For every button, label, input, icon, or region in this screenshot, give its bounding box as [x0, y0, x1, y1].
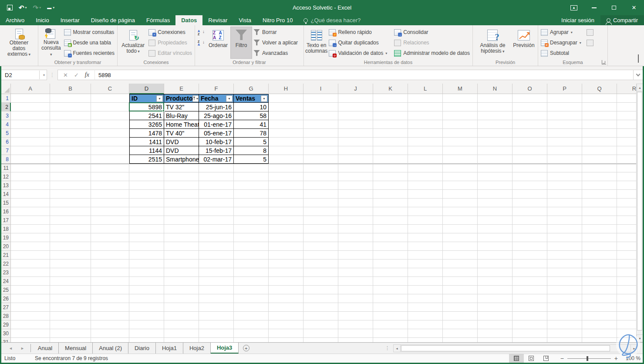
cell-N13[interactable]: [478, 181, 513, 190]
cell-K6[interactable]: [373, 138, 408, 146]
relleno-rapido-button[interactable]: ⚡Relleno rápido: [327, 27, 388, 37]
formula-input[interactable]: 5898: [94, 70, 634, 80]
cell-I29[interactable]: [303, 320, 338, 329]
horizontal-scrollbar[interactable]: ◄ ►: [393, 344, 638, 352]
cell-C30[interactable]: [91, 329, 129, 338]
column-header-D[interactable]: D: [129, 84, 164, 94]
cell-G5[interactable]: 78: [234, 129, 269, 138]
cell-M29[interactable]: [443, 320, 478, 329]
cell-F17[interactable]: [199, 216, 234, 225]
cell-L16[interactable]: [408, 207, 443, 216]
cell-R12[interactable]: [617, 172, 636, 181]
cell-L3[interactable]: [408, 111, 443, 120]
cell-N26[interactable]: [478, 294, 513, 303]
cell-G17[interactable]: [234, 216, 269, 225]
cell-H6[interactable]: [269, 138, 303, 146]
cell-P8[interactable]: [547, 155, 582, 164]
cell-J3[interactable]: [338, 111, 373, 120]
cell-F28[interactable]: [199, 312, 234, 320]
cell-F2[interactable]: 25-jun-16: [199, 103, 234, 111]
sheet-tab-hoja3[interactable]: Hoja3: [211, 343, 239, 354]
cell-O28[interactable]: [513, 312, 547, 320]
dropdown-caret-icon[interactable]: ▾: [580, 41, 581, 45]
cell-A15[interactable]: [11, 199, 50, 207]
cell-D11[interactable]: [129, 164, 164, 172]
cell-G3[interactable]: 58: [234, 111, 269, 120]
close-button[interactable]: ✕: [624, 0, 644, 15]
cell-J25[interactable]: [338, 286, 373, 294]
cell-L5[interactable]: [408, 129, 443, 138]
row-header-7[interactable]: 7: [0, 146, 11, 155]
cell-O8[interactable]: [513, 155, 547, 164]
cell-L19[interactable]: [408, 233, 443, 242]
cell-B27[interactable]: [50, 303, 91, 312]
cell-N17[interactable]: [478, 216, 513, 225]
cell-E29[interactable]: [164, 320, 199, 329]
consolidar-button[interactable]: →Consolidar: [393, 27, 471, 37]
cell-H29[interactable]: [269, 320, 303, 329]
tab-formulas[interactable]: Fórmulas: [141, 15, 175, 25]
cell-A13[interactable]: [11, 181, 50, 190]
mostrar-consultas-button[interactable]: Mostrar consultas: [63, 27, 116, 37]
cell-A20[interactable]: [11, 242, 50, 251]
cell-N19[interactable]: [478, 233, 513, 242]
cell-G1[interactable]: Ventas▼: [234, 94, 269, 103]
cell-K18[interactable]: [373, 225, 408, 233]
cell-B29[interactable]: [50, 320, 91, 329]
horizontal-scroll-thumb[interactable]: [401, 345, 610, 351]
cell-N25[interactable]: [478, 286, 513, 294]
cell-Q13[interactable]: [582, 181, 617, 190]
cell-Q20[interactable]: [582, 242, 617, 251]
dropdown-caret-icon[interactable]: ▾: [385, 51, 387, 55]
cell-R21[interactable]: [617, 251, 636, 260]
cell-D26[interactable]: [129, 294, 164, 303]
cell-R29[interactable]: [617, 320, 636, 329]
cell-C8[interactable]: [91, 155, 129, 164]
cell-B5[interactable]: [50, 129, 91, 138]
cell-K13[interactable]: [373, 181, 408, 190]
cell-R2[interactable]: [617, 103, 636, 111]
column-header-J[interactable]: J: [338, 84, 373, 94]
cell-O7[interactable]: [513, 146, 547, 155]
cell-C19[interactable]: [91, 233, 129, 242]
cell-R3[interactable]: [617, 111, 636, 120]
cell-M11[interactable]: [443, 164, 478, 172]
row-header-19[interactable]: 19: [0, 233, 11, 242]
cell-R22[interactable]: [617, 260, 636, 268]
tab-split-handle[interactable]: ⋮: [381, 343, 393, 354]
cell-M2[interactable]: [443, 103, 478, 111]
cell-E6[interactable]: DVD: [164, 138, 199, 146]
scroll-right-button[interactable]: ►: [631, 345, 637, 352]
cell-R23[interactable]: [617, 268, 636, 277]
cell-P23[interactable]: [547, 268, 582, 277]
cell-F19[interactable]: [199, 233, 234, 242]
cell-J20[interactable]: [338, 242, 373, 251]
cell-D6[interactable]: 1411: [129, 138, 164, 146]
cell-B31[interactable]: [50, 338, 91, 342]
cell-P6[interactable]: [547, 138, 582, 146]
cell-N7[interactable]: [478, 146, 513, 155]
cell-C21[interactable]: [91, 251, 129, 260]
cell-A5[interactable]: [11, 129, 50, 138]
cell-A29[interactable]: [11, 320, 50, 329]
cell-G18[interactable]: [234, 225, 269, 233]
filter-applied-icon-Producto[interactable]: ▼: [192, 95, 199, 102]
obtener-datos-externos-button[interactable]: Obtener datos externos: [1, 27, 37, 59]
esquema-dialog-launcher[interactable]: [602, 60, 606, 64]
cell-A8[interactable]: [11, 155, 50, 164]
cell-B6[interactable]: [50, 138, 91, 146]
cell-F8[interactable]: 02-mar-17: [199, 155, 234, 164]
cell-C26[interactable]: [91, 294, 129, 303]
cell-P18[interactable]: [547, 225, 582, 233]
cell-R16[interactable]: [617, 207, 636, 216]
cell-J11[interactable]: [338, 164, 373, 172]
row-header-29[interactable]: 29: [0, 320, 11, 329]
cell-P15[interactable]: [547, 199, 582, 207]
cell-H11[interactable]: [269, 164, 303, 172]
tab-datos[interactable]: Datos: [175, 15, 202, 25]
cell-C4[interactable]: [91, 120, 129, 129]
sheet-tab-hoja1[interactable]: Hoja1: [156, 343, 183, 354]
cell-J6[interactable]: [338, 138, 373, 146]
column-header-I[interactable]: I: [303, 84, 338, 94]
cell-D16[interactable]: [129, 207, 164, 216]
